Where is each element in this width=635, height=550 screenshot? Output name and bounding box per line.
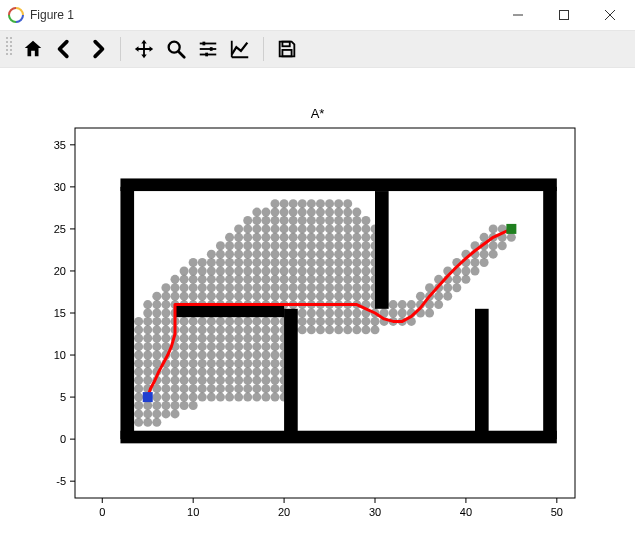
svg-point-91 (171, 376, 180, 385)
svg-point-356 (289, 283, 298, 292)
svg-point-111 (189, 367, 198, 376)
home-button[interactable] (18, 34, 48, 64)
svg-point-124 (143, 359, 152, 368)
svg-point-544 (452, 283, 461, 292)
svg-point-428 (343, 258, 352, 267)
svg-point-115 (225, 367, 234, 376)
svg-point-113 (207, 367, 216, 376)
svg-point-343 (171, 283, 180, 292)
svg-point-511 (325, 216, 334, 225)
svg-point-283 (425, 309, 434, 318)
pan-button[interactable] (129, 34, 159, 64)
svg-point-394 (225, 266, 234, 275)
svg-point-209 (271, 325, 280, 334)
svg-point-56 (180, 393, 189, 402)
svg-point-53 (152, 393, 161, 402)
svg-point-332 (289, 292, 298, 301)
svg-point-471 (243, 233, 252, 242)
svg-point-208 (261, 325, 270, 334)
svg-point-372 (225, 275, 234, 284)
svg-point-350 (234, 283, 243, 292)
svg-point-552 (471, 266, 480, 275)
svg-point-379 (289, 275, 298, 284)
svg-point-143 (152, 351, 161, 360)
svg-point-559 (480, 250, 489, 259)
svg-point-533 (316, 199, 325, 208)
svg-point-222 (143, 317, 152, 326)
save-button[interactable] (272, 34, 302, 64)
minimize-button[interactable] (495, 0, 541, 30)
svg-point-38 (143, 409, 152, 418)
svg-point-221 (134, 317, 143, 326)
svg-point-272 (325, 309, 334, 318)
svg-point-252 (143, 309, 152, 318)
svg-point-344 (180, 283, 189, 292)
svg-point-39 (152, 409, 161, 418)
svg-point-185 (207, 334, 216, 343)
svg-point-502 (243, 216, 252, 225)
svg-point-180 (161, 334, 170, 343)
y-tick-label: 35 (54, 139, 66, 151)
svg-point-401 (289, 266, 298, 275)
svg-point-532 (307, 199, 316, 208)
svg-point-458 (280, 241, 289, 250)
svg-point-186 (216, 334, 225, 343)
svg-point-96 (216, 376, 225, 385)
svg-point-338 (343, 292, 352, 301)
svg-point-75 (189, 384, 198, 393)
svg-point-76 (198, 384, 207, 393)
svg-point-216 (334, 325, 343, 334)
svg-point-81 (243, 384, 252, 393)
x-tick-label: 10 (187, 506, 199, 518)
svg-point-205 (234, 325, 243, 334)
svg-point-495 (316, 224, 325, 233)
svg-point-366 (171, 275, 180, 284)
svg-point-213 (307, 325, 316, 334)
svg-point-528 (271, 199, 280, 208)
svg-point-63 (243, 393, 252, 402)
close-button[interactable] (587, 0, 633, 30)
svg-point-326 (234, 292, 243, 301)
svg-point-231 (225, 317, 234, 326)
edit-axis-button[interactable] (225, 34, 255, 64)
svg-point-381 (307, 275, 316, 284)
configure-button[interactable] (193, 34, 223, 64)
back-button[interactable] (50, 34, 80, 64)
svg-point-453 (234, 241, 243, 250)
svg-point-499 (352, 224, 361, 233)
svg-point-464 (334, 241, 343, 250)
svg-point-353 (261, 283, 270, 292)
svg-point-228 (198, 317, 207, 326)
svg-point-564 (498, 241, 507, 250)
svg-point-331 (280, 292, 289, 301)
svg-point-64 (252, 393, 261, 402)
svg-rect-577 (284, 309, 298, 439)
svg-point-360 (325, 283, 334, 292)
svg-point-404 (316, 266, 325, 275)
svg-point-378 (280, 275, 289, 284)
svg-point-148 (198, 351, 207, 360)
svg-point-362 (343, 283, 352, 292)
svg-point-510 (316, 216, 325, 225)
svg-point-339 (352, 292, 361, 301)
svg-point-446 (334, 250, 343, 259)
svg-point-167 (207, 342, 216, 351)
svg-rect-581 (506, 224, 516, 234)
svg-point-196 (152, 325, 161, 334)
svg-point-437 (252, 250, 261, 259)
svg-point-100 (252, 376, 261, 385)
svg-point-420 (271, 258, 280, 267)
svg-point-456 (261, 241, 270, 250)
figure-canvas[interactable]: A* 01020304050-505101520253035 (0, 68, 635, 550)
svg-point-108 (161, 367, 170, 376)
zoom-button[interactable] (161, 34, 191, 64)
svg-point-317 (152, 292, 161, 301)
svg-rect-574 (120, 187, 134, 439)
svg-point-382 (316, 275, 325, 284)
maximize-button[interactable] (541, 0, 587, 30)
forward-button[interactable] (82, 34, 112, 64)
svg-point-201 (198, 325, 207, 334)
svg-point-171 (243, 342, 252, 351)
svg-point-504 (261, 216, 270, 225)
svg-point-447 (343, 250, 352, 259)
